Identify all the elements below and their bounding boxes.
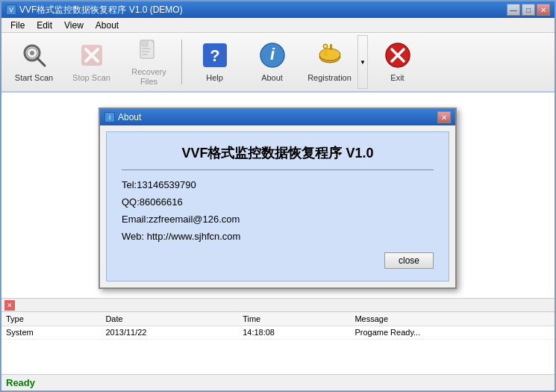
- dialog-web: Web: http://www.sjhfcn.com: [122, 231, 434, 242]
- log-close-button[interactable]: ✕: [4, 300, 15, 311]
- dialog-close-x-button[interactable]: ✕: [437, 111, 451, 123]
- svg-text:i: i: [269, 45, 275, 63]
- toolbar-btn-stop-scan[interactable]: Stop Scan: [63, 35, 119, 89]
- toolbar-btn-help[interactable]: ? Help: [187, 35, 243, 89]
- scan-icon: [19, 40, 49, 70]
- log-date: 2013/11/22: [101, 326, 238, 339]
- registration-label: Registration: [307, 73, 352, 83]
- col-message: Message: [350, 312, 555, 326]
- menu-about[interactable]: About: [90, 19, 125, 31]
- svg-rect-12: [142, 54, 148, 55]
- minimize-button[interactable]: —: [507, 4, 520, 16]
- log-table: Type Date Time Message System 2013/11/22…: [1, 312, 555, 340]
- menu-bar: File Edit View About: [1, 18, 555, 33]
- menu-file[interactable]: File: [4, 19, 31, 31]
- dialog-title-bar: i About ✕: [100, 109, 455, 125]
- registration-wrapper: Registration ▼: [302, 35, 368, 89]
- svg-rect-11: [142, 51, 149, 52]
- dialog-qq: QQ:86066616: [122, 196, 434, 208]
- start-scan-label: Start Scan: [15, 73, 53, 83]
- about-label: About: [261, 73, 283, 83]
- exit-icon: [383, 40, 413, 70]
- toolbar-btn-exit[interactable]: Exit: [369, 35, 425, 89]
- dialog-close-button[interactable]: close: [384, 252, 434, 269]
- content-area: ✕ Type Date Time Message System 2013/11/…: [1, 93, 555, 374]
- svg-point-3: [30, 51, 34, 55]
- toolbar: Start Scan Stop Scan: [1, 33, 555, 93]
- svg-point-18: [319, 49, 340, 60]
- toolbar-btn-about[interactable]: i About: [244, 35, 300, 89]
- registration-dropdown-arrow[interactable]: ▼: [357, 35, 368, 89]
- dialog-tel: Tel:13146539790: [122, 179, 434, 190]
- registration-icon: [315, 40, 345, 70]
- svg-point-20: [323, 44, 328, 49]
- title-bar-controls: — □ ✕: [507, 4, 550, 16]
- exit-label: Exit: [390, 73, 404, 83]
- dialog-title-text: About: [118, 112, 437, 122]
- col-time: Time: [238, 312, 350, 326]
- maximize-button[interactable]: □: [522, 4, 535, 16]
- menu-edit[interactable]: Edit: [31, 19, 58, 31]
- main-window: V VVF格式监控数据恢复程序 V1.0 (DEMO) — □ ✕ File E…: [0, 0, 556, 392]
- status-text: Ready: [6, 377, 35, 388]
- table-row: System 2013/11/22 14:18:08 Progame Ready…: [1, 326, 555, 339]
- stop-icon: [77, 40, 107, 70]
- dialog-close-section: close: [122, 252, 434, 269]
- dialog-title-icon: i: [104, 112, 115, 122]
- about-icon: i: [257, 40, 287, 70]
- menu-view[interactable]: View: [58, 19, 90, 31]
- dialog-email: Email:zzfreemail@126.com: [122, 214, 434, 225]
- svg-rect-21: [330, 44, 332, 50]
- close-button[interactable]: ✕: [537, 4, 550, 16]
- about-dialog: i About ✕ VVF格式监控数据恢复程序 V1.0 Tel:1314653…: [99, 108, 457, 289]
- col-date: Date: [101, 312, 238, 326]
- help-label: Help: [206, 73, 223, 83]
- title-bar: V VVF格式监控数据恢复程序 V1.0 (DEMO) — □ ✕: [1, 1, 555, 18]
- dialog-app-title: VVF格式监控数据恢复程序 V1.0: [122, 144, 434, 170]
- dialog-body: VVF格式监控数据恢复程序 V1.0 Tel:13146539790 QQ:86…: [106, 131, 449, 281]
- recovery-label: Recovery Files: [125, 67, 173, 87]
- help-icon: ?: [200, 40, 230, 70]
- col-type: Type: [1, 312, 101, 326]
- log-time: 14:18:08: [238, 326, 350, 339]
- window-title: VVF格式监控数据恢复程序 V1.0 (DEMO): [19, 4, 507, 16]
- svg-rect-8: [142, 40, 148, 46]
- svg-text:?: ?: [210, 46, 219, 65]
- toolbar-btn-start-scan[interactable]: Start Scan: [6, 35, 62, 89]
- toolbar-separator-1: [181, 40, 182, 84]
- svg-line-2: [37, 58, 45, 66]
- log-type: System: [1, 326, 101, 339]
- stop-scan-label: Stop Scan: [72, 73, 110, 83]
- svg-rect-10: [142, 48, 151, 49]
- log-message: Progame Ready...: [350, 326, 555, 339]
- toolbar-btn-registration[interactable]: Registration: [302, 35, 357, 89]
- status-bar: Ready: [1, 374, 555, 391]
- title-bar-icon: V: [6, 4, 16, 15]
- recovery-icon: [134, 37, 164, 64]
- log-area: ✕ Type Date Time Message System 2013/11/…: [1, 298, 555, 358]
- log-header: ✕: [1, 299, 555, 312]
- toolbar-btn-recovery[interactable]: Recovery Files: [121, 35, 177, 89]
